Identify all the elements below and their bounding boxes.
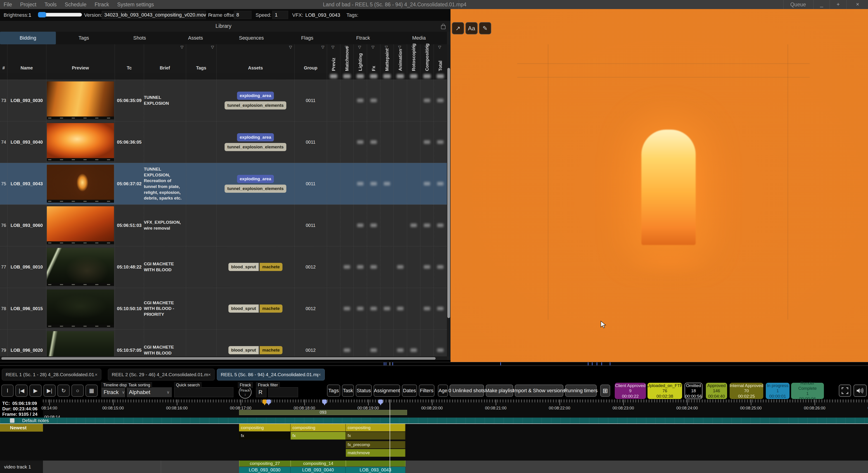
asset-badge-tunnel_explosion_elements[interactable]: tunnel_explosion_elements xyxy=(224,185,286,193)
filter-icon[interactable]: ▽ xyxy=(398,45,401,50)
column-header-total[interactable]: Total xyxy=(438,61,443,71)
close-icon[interactable]: × xyxy=(95,372,97,377)
column-header-group[interactable]: Group xyxy=(294,65,327,70)
column-header-animation[interactable]: Animation xyxy=(398,49,403,71)
filter-icon[interactable]: ▽ xyxy=(332,45,335,50)
button-import-show-versions[interactable]: Import & Show versions xyxy=(515,385,563,397)
version-clip[interactable] xyxy=(346,461,405,467)
task-clip-fx[interactable]: fx xyxy=(346,432,405,440)
grid-view-button[interactable]: ⊞ xyxy=(600,385,610,397)
default-notes-track[interactable]: Default notes xyxy=(0,418,868,424)
record-button[interactable]: ○ xyxy=(71,385,84,397)
player-tab-1[interactable]: REEL 1 (Sc. 1 - 28) 4_28.Consolidated.01… xyxy=(2,369,101,381)
column-header-name[interactable]: Name xyxy=(7,65,46,70)
asset-badge-blood_sprut[interactable]: blood_sprut xyxy=(228,263,259,271)
status-chip-client-approved[interactable]: Client Approved900:00:22 xyxy=(615,383,646,399)
asset-badge-exploding_area[interactable]: exploding_area xyxy=(237,175,274,183)
column-header-preview[interactable]: Preview xyxy=(46,65,115,70)
asset-badge-machete[interactable]: machete xyxy=(260,263,282,271)
shot-clip-LOB_093_0043[interactable]: LOB_093_0043 xyxy=(346,467,405,473)
asset-badge-exploding_area[interactable]: exploding_area xyxy=(237,92,274,100)
timeline-display-dropdown[interactable]: Ftrack∨ xyxy=(101,387,125,397)
shot-clip-LOB_093_0040[interactable]: LOB_093_0040 xyxy=(290,467,346,473)
tab-assets[interactable]: Assets xyxy=(167,32,223,45)
task-clip-compositing[interactable]: compositing xyxy=(290,424,346,432)
button-age[interactable]: Age xyxy=(438,385,448,397)
asset-badge-tunnel_explosion_elements[interactable]: tunnel_explosion_elements xyxy=(224,101,286,110)
shot-thumbnail[interactable] xyxy=(47,82,114,119)
video-viewer[interactable]: ↗Aa✎ xyxy=(451,9,868,362)
playhead[interactable] xyxy=(390,400,390,473)
column-header-matchmove[interactable]: Matchmove xyxy=(344,46,350,71)
column-header-fx[interactable]: Fx xyxy=(371,66,376,71)
maximize-button[interactable]: + xyxy=(831,0,846,9)
default-notes-checkbox[interactable] xyxy=(10,418,14,423)
task-clip-compositing[interactable]: compositing xyxy=(239,424,290,432)
task-sorting-dropdown[interactable]: Alphabet∨ xyxy=(127,387,172,397)
table-row-LOB_093_0043[interactable]: 75LOB_093_004305:06:37:02TUNNEL EXPLOSIO… xyxy=(0,163,447,205)
status-chip-approved[interactable]: Approved14600:04:40 xyxy=(706,383,727,399)
column-header-assets[interactable]: Assets xyxy=(216,65,294,70)
column-header-brief[interactable]: Brief xyxy=(144,65,186,70)
horizontal-scrollbar-thumb[interactable] xyxy=(1,357,436,360)
table-row-LOB_093_0040[interactable]: 74LOB_093_004005:06:36:05exploding_areat… xyxy=(0,121,447,163)
scrub-playhead[interactable] xyxy=(390,362,390,365)
version-clip[interactable]: compositing_27 xyxy=(239,461,290,467)
text-tool-icon[interactable]: Aa xyxy=(465,22,478,34)
status-chip-uploaded-on-ftp[interactable]: Uploaded_on_FTP7600:02:38 xyxy=(648,383,682,399)
button-running-timers[interactable]: Running timers xyxy=(565,385,597,397)
ftrack-filter-input[interactable]: R xyxy=(256,387,267,397)
version-dropdown[interactable]: 34023_lob_093_0043_compositing_v020.mov∨ xyxy=(102,11,206,19)
status-chip-internal-approved[interactable]: Internal Approved7000:02:25 xyxy=(730,383,763,399)
timeline-scrub-bar[interactable] xyxy=(0,362,868,366)
button-tags[interactable]: Tags xyxy=(327,385,340,397)
table-row-LOB_096_0015[interactable]: 78LOB_096_001505:10:50:10CGI MACHETE WIT… xyxy=(0,288,447,329)
table-row-LOB_093_0060[interactable]: 76LOB_093_006005:06:51:03VFX_EXPLOSION, … xyxy=(0,205,447,246)
shot-thumbnail[interactable] xyxy=(47,123,114,161)
frame-offset-input[interactable]: 8 xyxy=(234,11,251,19)
status-chip-omitted[interactable]: Omitted1800:00:56 xyxy=(685,383,703,399)
tab-shots[interactable]: Shots xyxy=(112,32,167,45)
task-clip-compositing[interactable]: compositing xyxy=(346,424,405,432)
play-button[interactable]: ▶ xyxy=(29,385,41,397)
filmstrip-button[interactable]: ▦ xyxy=(86,385,98,397)
player-tab-2[interactable]: REEL 2 (Sc. 29 - 46) 4_24.Consolidated.0… xyxy=(108,369,215,381)
filter-icon[interactable]: ▽ xyxy=(372,45,374,50)
asset-badge-blood_sprut[interactable]: blood_sprut xyxy=(228,304,259,313)
brightness-slider-handle[interactable] xyxy=(38,12,46,18)
tab-media[interactable]: Media xyxy=(391,32,447,45)
quick-search-input[interactable] xyxy=(174,387,234,397)
button-dates[interactable]: Dates xyxy=(402,385,417,397)
menu-ftrack[interactable]: Ftrack xyxy=(95,2,109,8)
filter-icon[interactable]: ▽ xyxy=(425,45,428,50)
task-clip-matchmove[interactable]: matchmove xyxy=(346,449,405,457)
draw-tool-icon[interactable]: ✎ xyxy=(479,22,491,34)
tab-ftrack[interactable]: Ftrack xyxy=(335,32,391,45)
shot-thumbnail[interactable] xyxy=(47,248,114,286)
filter-icon[interactable]: ▽ xyxy=(345,45,348,50)
asset-badge-tunnel_explosion_elements[interactable]: tunnel_explosion_elements xyxy=(224,143,286,151)
player-tab-3[interactable]: REEL 5 (Sc. 86 - 94) 4_24.Consolidated.0… xyxy=(217,369,325,381)
status-chip-in-progress[interactable]: In progress100:00:01 xyxy=(766,383,789,399)
lock-icon[interactable] xyxy=(441,25,445,29)
timeline-pin-marker[interactable] xyxy=(322,400,327,404)
menu-file[interactable]: File xyxy=(4,2,12,8)
filter-icon[interactable]: ▽ xyxy=(289,45,292,50)
column-header-tc[interactable]: Tc xyxy=(115,65,144,70)
tab-flags[interactable]: Flags xyxy=(279,32,335,45)
filter-icon[interactable]: ▽ xyxy=(211,45,214,50)
column-header-tags[interactable]: Tags xyxy=(186,65,216,70)
table-row-LOB_096_0010[interactable]: 77LOB_096_001005:10:48:22CGI MACHETE WIT… xyxy=(0,246,447,288)
column-header-previz[interactable]: Previz xyxy=(331,58,336,71)
close-icon[interactable]: × xyxy=(318,372,321,377)
volume-button[interactable] xyxy=(854,385,867,397)
asset-badge-blood_sprut[interactable]: blood_sprut xyxy=(228,346,259,354)
timeline-pin-marker[interactable] xyxy=(378,400,383,404)
brightness-slider[interactable] xyxy=(39,13,82,17)
mark-in-button[interactable]: I xyxy=(1,385,13,397)
button-status[interactable]: Status xyxy=(356,385,372,397)
loop-button[interactable]: ↻ xyxy=(57,385,70,397)
next-frame-button[interactable]: ▶| xyxy=(43,385,56,397)
button-assignment[interactable]: Assignment xyxy=(374,385,400,397)
task-clip-fx_precomp[interactable]: fx_precomp xyxy=(346,441,405,448)
